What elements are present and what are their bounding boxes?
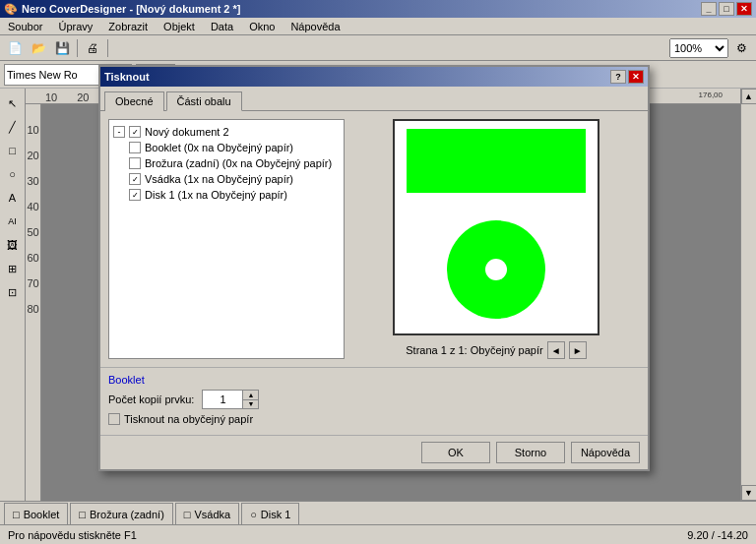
status-bar: Pro nápovědu stiskněte F1 9.20 / -14.20: [0, 524, 756, 544]
tree-item-booklet: Booklet (0x na Obyčejný papír): [129, 140, 340, 155]
rect-tool[interactable]: □: [2, 140, 24, 161]
menu-objekt[interactable]: Objekt: [159, 20, 199, 33]
print-plain-label: Tisknout na obyčejný papír: [108, 413, 253, 425]
menu-okno[interactable]: Okno: [245, 20, 279, 33]
dialog-overlay: Tisknout ? ✕ Obecné Části obalu - Nový d: [0, 35, 756, 544]
spin-down-button[interactable]: ▼: [242, 400, 258, 409]
close-button[interactable]: ✕: [736, 2, 752, 16]
preview-panel: Strana 1 z 1: Obyčejný papír ◄ ►: [352, 119, 640, 359]
spin-up-button[interactable]: ▲: [242, 391, 258, 400]
new-button[interactable]: 📄: [4, 37, 26, 59]
print-dialog: Tisknout ? ✕ Obecné Části obalu - Nový d: [98, 65, 650, 471]
tab-disk1[interactable]: ○ Disk 1: [241, 503, 299, 524]
ruler-marker: 176,00: [697, 89, 724, 101]
copies-input[interactable]: [203, 391, 242, 408]
cancel-button[interactable]: Storno: [496, 442, 565, 463]
tree-item-brozura-checkbox[interactable]: [129, 157, 141, 169]
ellipse-tool[interactable]: ○: [2, 163, 24, 185]
app-icon: 🎨: [4, 3, 18, 16]
tab-brozura[interactable]: □ Brožura (zadní): [70, 503, 172, 524]
dialog-bottom-section: Booklet Počet kopií prvku: ▲ ▼ Tisknout …: [100, 367, 648, 435]
select-tool[interactable]: ↖: [2, 92, 24, 114]
menu-upravy[interactable]: Úpravy: [54, 20, 96, 33]
tree-root-checkbox[interactable]: [129, 126, 141, 138]
dialog-tab-parts[interactable]: Části obalu: [166, 91, 242, 111]
scroll-down-button[interactable]: ▼: [741, 485, 757, 501]
tree-item-brozura: Brožura (zadní) (0x na Obyčejný papír): [129, 155, 340, 171]
menu-zobrazit[interactable]: Zobrazit: [104, 20, 152, 33]
tree-item-disk1-checkbox[interactable]: [129, 189, 141, 201]
preview-green-disc: [447, 220, 545, 319]
tree-item-disk1: Disk 1 (1x na Obyčejný papír): [129, 187, 340, 203]
print-plain-text: Tisknout na obyčejný papír: [124, 413, 253, 425]
page-info: Strana 1 z 1: Obyčejný papír: [406, 344, 542, 356]
print-plain-row: Tisknout na obyčejný papír: [108, 413, 640, 425]
maximize-button[interactable]: □: [719, 2, 734, 16]
disc-hole: [485, 259, 507, 280]
tree-item-booklet-checkbox[interactable]: [129, 142, 141, 153]
copies-spinner[interactable]: ▲ ▼: [202, 390, 259, 409]
next-page-button[interactable]: ►: [569, 341, 587, 359]
tab-brozura-icon: □: [79, 509, 86, 520]
menu-bar: Soubor Úpravy Zobrazit Objekt Data Okno …: [0, 18, 756, 35]
dialog-tab-strip: Obecné Části obalu: [100, 87, 648, 111]
ruler-vertical: 1020304050607080: [26, 104, 41, 501]
tree-root-label: Nový dokument 2: [145, 126, 229, 138]
tree-item-disk1-label: Disk 1 (1x na Obyčejný papír): [145, 189, 287, 201]
bottom-tab-bar: □ Booklet □ Brožura (zadní) □ Vsádka ○ D…: [0, 501, 756, 524]
toolbar-separator-2: [107, 39, 108, 57]
tree-item-vsadka-label: Vsádka (1x na Obyčejný papír): [145, 173, 293, 185]
tab-booklet-icon: □: [13, 509, 20, 520]
text-tool[interactable]: A: [2, 187, 24, 209]
preview-navigation: Strana 1 z 1: Obyčejný papír ◄ ►: [406, 341, 586, 359]
image-tool[interactable]: 🖼: [2, 234, 24, 256]
tree-item-booklet-label: Booklet (0x na Obyčejný papír): [145, 142, 293, 153]
tree-item-vsadka-checkbox[interactable]: [129, 173, 141, 185]
zoom-select[interactable]: 100%: [669, 38, 728, 58]
toolbar-separator: [77, 39, 78, 57]
menu-soubor[interactable]: Soubor: [4, 20, 46, 33]
print-button[interactable]: 🖨: [82, 37, 103, 59]
tree-panel: - Nový dokument 2 Booklet (0x na Obyčejn…: [108, 119, 345, 359]
ok-button[interactable]: OK: [421, 442, 490, 463]
tree-root: - Nový dokument 2: [113, 124, 340, 140]
app-title: Nero CoverDesigner - [Nový dokument 2 *]: [22, 3, 241, 15]
print-plain-checkbox[interactable]: [108, 413, 120, 425]
dialog-titlebar: Tisknout ? ✕: [100, 67, 648, 87]
save-button[interactable]: 💾: [51, 37, 73, 59]
tree-item-brozura-label: Brožura (zadní) (0x na Obyčejný papír): [145, 157, 332, 169]
coordinates: 9.20 / -14.20: [687, 529, 748, 541]
prev-page-button[interactable]: ◄: [547, 341, 565, 359]
tab-booklet[interactable]: □ Booklet: [4, 503, 68, 524]
spin-buttons: ▲ ▼: [242, 391, 258, 408]
dialog-buttons: OK Storno Nápověda: [100, 435, 648, 469]
left-toolbar: ↖ ╱ □ ○ A AI 🖼 ⊞ ⊡: [0, 89, 26, 501]
dialog-title: Tisknout: [104, 71, 150, 83]
preview-box: [393, 119, 599, 335]
settings-button[interactable]: ⚙: [730, 37, 752, 59]
menu-napoveda[interactable]: Nápověda: [286, 20, 344, 33]
grid-tool[interactable]: ⊞: [2, 258, 24, 279]
handle-tool[interactable]: ⊡: [2, 281, 24, 303]
dialog-help-button[interactable]: ?: [610, 70, 626, 84]
help-button[interactable]: Nápověda: [571, 442, 640, 463]
copies-row: Počet kopií prvku: ▲ ▼: [108, 390, 640, 409]
open-button[interactable]: 📂: [28, 37, 49, 59]
dialog-tab-general[interactable]: Obecné: [104, 91, 164, 111]
tab-vsadka-icon: □: [184, 509, 191, 520]
minimize-button[interactable]: _: [701, 2, 717, 16]
copies-label: Počet kopií prvku:: [108, 393, 194, 405]
line-tool[interactable]: ╱: [2, 116, 24, 138]
dialog-close-button[interactable]: ✕: [628, 70, 644, 84]
dialog-main-content: - Nový dokument 2 Booklet (0x na Obyčejn…: [100, 111, 648, 367]
tree-item-vsadka: Vsádka (1x na Obyčejný papír): [129, 171, 340, 187]
text-art-tool[interactable]: AI: [2, 211, 24, 232]
menu-data[interactable]: Data: [207, 20, 237, 33]
right-scrollbar[interactable]: ▲ ▼: [740, 89, 756, 501]
title-bar: 🎨 Nero CoverDesigner - [Nový dokument 2 …: [0, 0, 756, 18]
tab-vsadka[interactable]: □ Vsádka: [175, 503, 239, 524]
tree-children: Booklet (0x na Obyčejný papír) Brožura (…: [113, 140, 340, 203]
section-label: Booklet: [108, 374, 640, 386]
tree-expand-button[interactable]: -: [113, 126, 125, 138]
scroll-up-button[interactable]: ▲: [741, 89, 757, 104]
